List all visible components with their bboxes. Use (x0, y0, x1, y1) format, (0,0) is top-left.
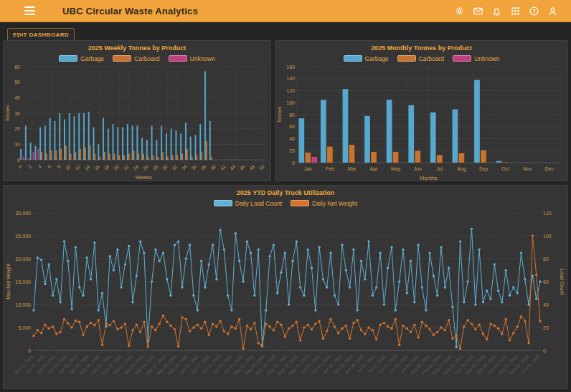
weekly-chart-title: 2025 Weekly Tonnes by Product (4, 41, 270, 53)
legend-swatch (169, 55, 187, 62)
svg-text:25,000: 25,000 (16, 234, 32, 239)
svg-text:Jan: Jan (304, 166, 312, 171)
daily-truck-utilization-panel: 2025 YTD Daily Truck Utilization Daily L… (3, 185, 568, 389)
svg-text:Load Count: Load Count (560, 269, 565, 295)
svg-text:Oct: Oct (501, 166, 509, 171)
svg-text:?: ? (532, 8, 536, 14)
svg-text:Months: Months (420, 175, 438, 181)
user-icon[interactable] (547, 6, 558, 16)
svg-text:Nov: Nov (523, 166, 532, 171)
svg-text:20: 20 (289, 148, 295, 153)
svg-text:15,000: 15,000 (16, 279, 32, 285)
svg-text:50: 50 (14, 80, 20, 85)
svg-text:Tonnes: Tonnes (277, 106, 282, 123)
legend-swatch (113, 55, 131, 62)
svg-text:22: 22 (122, 163, 129, 171)
svg-text:100: 100 (543, 234, 552, 239)
svg-text:20: 20 (113, 163, 120, 171)
weekly-tonnes-panel: 2025 Weekly Tonnes by Product GarbageCar… (3, 40, 271, 181)
svg-text:May: May (391, 166, 401, 172)
apps-icon[interactable] (510, 6, 521, 16)
svg-text:0: 0 (543, 348, 546, 353)
svg-text:0: 0 (17, 163, 23, 169)
svg-text:0: 0 (17, 158, 20, 163)
svg-text:16: 16 (93, 163, 100, 171)
svg-text:50: 50 (258, 163, 265, 171)
legend-label: Carboard (419, 55, 444, 62)
svg-text:30,000: 30,000 (16, 211, 32, 216)
svg-text:40: 40 (289, 136, 295, 141)
mail-icon[interactable] (473, 6, 483, 16)
svg-text:2: 2 (27, 163, 33, 169)
svg-text:80: 80 (289, 113, 295, 118)
svg-text:10: 10 (14, 142, 20, 147)
settings-icon[interactable] (454, 6, 465, 16)
svg-text:Dec: Dec (544, 166, 554, 171)
svg-text:0: 0 (292, 161, 295, 166)
legend-swatch (453, 55, 471, 62)
legend-swatch (344, 55, 362, 62)
daily-chart-title: 2025 YTD Daily Truck Utilization (4, 186, 567, 198)
toolbar: EDIT DASHBOARD (7, 27, 75, 42)
monthly-chart-legend: GarbageCarboardUnknown (275, 53, 567, 64)
svg-text:60: 60 (14, 64, 20, 70)
legend-label: Unknown (190, 55, 215, 62)
legend-swatch (291, 200, 309, 206)
legend-item[interactable]: Daily Load Count (214, 200, 282, 207)
svg-text:34: 34 (180, 163, 187, 171)
legend-item[interactable]: Daily Net Weight (291, 200, 357, 207)
svg-text:28: 28 (151, 163, 159, 171)
legend-label: Unknown (474, 55, 499, 62)
svg-text:60: 60 (543, 279, 549, 285)
svg-text:30: 30 (161, 163, 168, 171)
svg-text:60: 60 (289, 124, 295, 129)
legend-swatch (59, 55, 77, 62)
svg-text:100: 100 (286, 100, 295, 105)
monthly-chart-title: 2025 Monthly Tonnes by Product (275, 41, 567, 53)
svg-text:80: 80 (543, 257, 549, 262)
svg-text:32: 32 (171, 163, 178, 171)
svg-text:40: 40 (14, 95, 20, 100)
svg-text:42: 42 (220, 163, 227, 171)
legend-item[interactable]: Garbage (344, 55, 389, 62)
svg-text:Jul: Jul (436, 166, 443, 171)
help-icon[interactable]: ? (529, 6, 539, 16)
legend-item[interactable]: Carboard (397, 55, 444, 62)
daily-chart: 05,00010,00015,00020,00025,00030,0000204… (4, 209, 567, 388)
svg-text:Max Net Weight: Max Net Weight (6, 264, 11, 300)
header-icons: ? (454, 6, 558, 16)
svg-text:140: 140 (286, 76, 295, 81)
svg-text:Apr: Apr (370, 166, 379, 172)
svg-text:14: 14 (83, 163, 90, 171)
legend-item[interactable]: Unknown (453, 55, 499, 62)
svg-text:Aug: Aug (457, 166, 466, 172)
svg-text:26: 26 (141, 163, 148, 171)
legend-label: Carboard (134, 55, 159, 62)
svg-text:40: 40 (209, 163, 217, 171)
svg-text:8: 8 (56, 163, 62, 169)
svg-text:Tonnes: Tonnes (5, 105, 10, 121)
svg-text:Jun: Jun (414, 166, 422, 171)
svg-text:10,000: 10,000 (16, 302, 32, 307)
legend-label: Daily Net Weight (312, 200, 357, 207)
svg-text:38: 38 (200, 163, 207, 171)
legend-swatch (397, 55, 416, 62)
svg-text:48: 48 (248, 163, 255, 171)
menu-icon[interactable] (24, 4, 35, 17)
legend-item[interactable]: Carboard (113, 55, 159, 62)
svg-text:5,000: 5,000 (18, 325, 31, 330)
app-header: UBC Circular Waste Analytics ? (0, 0, 571, 22)
legend-item[interactable]: Unknown (169, 55, 215, 62)
svg-text:0: 0 (28, 348, 31, 353)
weekly-chart-legend: GarbageCarboardUnknown (4, 53, 270, 64)
monthly-tonnes-panel: 2025 Monthly Tonnes by Product GarbageCa… (275, 40, 568, 181)
svg-text:Sep: Sep (479, 166, 489, 172)
svg-text:6: 6 (47, 163, 52, 169)
notifications-icon[interactable] (491, 6, 502, 16)
svg-text:12: 12 (74, 163, 81, 171)
svg-text:Weeks: Weeks (136, 174, 152, 181)
svg-text:Feb: Feb (326, 166, 334, 171)
svg-text:46: 46 (239, 163, 246, 171)
legend-item[interactable]: Garbage (59, 55, 104, 62)
svg-text:10: 10 (64, 163, 71, 171)
